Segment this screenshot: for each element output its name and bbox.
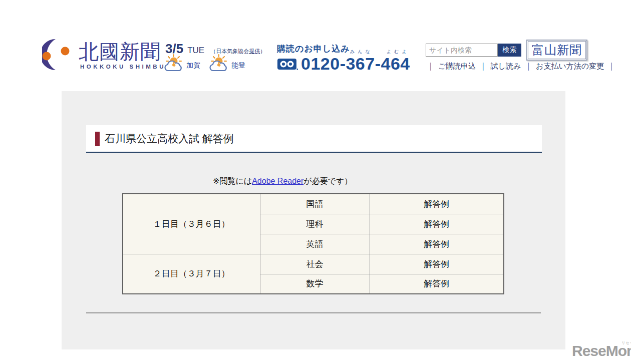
hokkoku-logo-icon: [42, 36, 77, 73]
subscription-block: 購読のお申し込み みんな よむよ 0120-367-464: [277, 43, 422, 74]
search-button[interactable]: 検索: [498, 44, 521, 57]
link-trial-read[interactable]: 試し読み: [491, 62, 521, 71]
horizontal-rule: [86, 312, 541, 314]
heading-accent-bar: [95, 132, 100, 146]
link-subscribe[interactable]: ご購読申込: [438, 62, 476, 71]
subject-cell: 理科: [260, 214, 370, 234]
table-row: １日目（３月６日） 国語 解答例: [123, 194, 504, 214]
adobe-reader-link[interactable]: Adobe Reader: [252, 177, 303, 185]
page-heading-box: 石川県公立高校入試 解答例: [86, 125, 542, 153]
subject-cell: 国語: [260, 194, 370, 214]
page: 北國新聞 HOKKOKU SHIMBUN 3/5 TUE （日本気象協会提供）: [0, 0, 631, 364]
link-separator: ｜: [524, 61, 532, 72]
day2-cell: ２日目（３月７日）: [123, 254, 260, 294]
weather-provider-prefix: （日本気象協会: [210, 48, 249, 54]
answer-link-shakai[interactable]: 解答例: [370, 254, 504, 274]
weather-provider-suffix: ）: [260, 48, 265, 54]
subject-cell: 社会: [260, 254, 370, 274]
resemom-watermark: リセマム ReseMom.: [572, 342, 631, 359]
note-prefix: ※閲覧には: [213, 177, 252, 185]
weather-provider-link[interactable]: 提供: [249, 48, 260, 54]
day1-cell: １日目（３月６日）: [123, 194, 260, 254]
link-payment-method[interactable]: お支払い方法の変更: [536, 62, 604, 71]
toyama-shimbun-label: 富山新聞: [528, 41, 586, 59]
site-header: 北國新聞 HOKKOKU SHIMBUN 3/5 TUE （日本気象協会提供）: [0, 0, 631, 92]
sun-cloud-icon: [164, 54, 183, 72]
table-row: ２日目（３月７日） 社会 解答例: [123, 254, 504, 274]
phone-row: 0120-367-464: [277, 54, 410, 74]
answer-link-sugaku[interactable]: 解答例: [370, 274, 504, 294]
content-panel: 石川県公立高校入試 解答例 ※閲覧にはAdobe Readerが必要です） １日…: [62, 91, 565, 349]
subject-cell: 英語: [260, 234, 370, 254]
weather-region-kaga: 加賀: [186, 61, 200, 70]
subject-cell: 数学: [260, 274, 370, 294]
site-logo-subtitle: HOKKOKU SHIMBUN: [80, 64, 172, 70]
answer-link-kokugo[interactable]: 解答例: [370, 194, 504, 214]
link-separator: ｜: [479, 61, 487, 72]
subscription-phone-number: 0120-367-464: [301, 54, 410, 74]
header-links: ｜ ご購読申込 ｜ 試し読み ｜ お支払い方法の変更 ｜: [423, 61, 619, 72]
freedial-icon: [277, 57, 298, 71]
adobe-reader-note: ※閲覧にはAdobe Readerが必要です）: [213, 176, 352, 187]
answer-link-rika[interactable]: 解答例: [370, 214, 504, 234]
answer-link-eigo[interactable]: 解答例: [370, 234, 504, 254]
resemom-ruby: リセマム: [621, 340, 631, 345]
sun-cloud-icon: [209, 54, 228, 72]
answers-table: １日目（３月６日） 国語 解答例 理科 解答例 英語 解答例 ２日目（３月７日）…: [122, 193, 504, 294]
site-logo-title: 北國新聞: [79, 38, 161, 66]
link-separator: ｜: [607, 61, 615, 72]
weather-row: 加賀 能登: [164, 54, 245, 72]
toyama-shimbun-link[interactable]: 富山新聞: [526, 40, 587, 61]
page-title: 石川県公立高校入試 解答例: [105, 125, 234, 152]
weather-region-noto: 能登: [231, 61, 245, 70]
site-search: 検索: [426, 44, 521, 57]
link-separator: ｜: [427, 61, 435, 72]
search-input[interactable]: [426, 44, 498, 57]
note-suffix: が必要です）: [303, 177, 352, 185]
